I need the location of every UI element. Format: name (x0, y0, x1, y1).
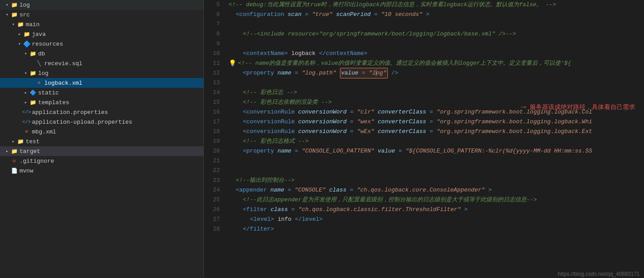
sidebar-item-label: application-upload.properties (32, 119, 132, 125)
code-text: logback (291, 50, 316, 57)
sidebar-item-label: static (38, 90, 59, 96)
code-text: > (426, 11, 429, 18)
code-line-17: <conversionRule conversionWord = "wex" c… (229, 117, 644, 127)
sidebar-item-label: src (20, 12, 30, 18)
arrow-icon (10, 138, 17, 145)
sidebar-item-recevie-sql[interactable]: ╲ recevie.sql (0, 59, 203, 68)
folder-icon: 📁 (23, 31, 30, 38)
code-line-10: <contextName> logback </contextName> (229, 49, 644, 59)
sidebar-item-label: log (38, 70, 48, 77)
code-content[interactable]: <!-- debug:当此属性设置为true时，将打印出logback内部日志信… (224, 0, 644, 278)
sidebar-item-application-upload-properties[interactable]: </> application-upload.properties (0, 117, 203, 127)
folder-icon: 📁 (11, 148, 18, 155)
code-line-27: <level> info </level> (229, 215, 644, 224)
highlight-value: value = "log" (340, 68, 388, 78)
sidebar-item-target[interactable]: 📁 target (0, 146, 203, 156)
sidebar-item-label: .gitignore (20, 158, 54, 164)
code-text: <!-- 彩色日志依赖的渲染类 --> (243, 99, 332, 106)
watermark: https://blog.csdn.net/qq_40693171 (558, 271, 640, 277)
code-text: value (341, 70, 359, 76)
code-line-16: <conversionRule conversionWord = "clr" c… (229, 107, 644, 117)
folder-icon: 📁 (29, 99, 36, 106)
sidebar-item-label: db (38, 51, 45, 57)
file-prop-icon: </> (23, 118, 30, 125)
code-line-26: <filter class = "ch.qos.logback.classic.… (229, 205, 644, 215)
code-line-25: <!--此日志appender是为开发使用，只配置最底级别，控制台输出的日志级别… (229, 195, 644, 205)
sidebar-item-templates[interactable]: 📁 templates (0, 98, 203, 107)
sidebar-item-gitignore[interactable]: ⊙ .gitignore (0, 156, 203, 166)
sidebar-item-log-root[interactable]: 📁 log (0, 0, 203, 10)
code-line-23: <!--输出到控制台--> (229, 176, 644, 185)
sidebar-item-main[interactable]: 📁 main (0, 20, 203, 29)
code-line-12: <property name = "log.path" value = "log… (229, 68, 644, 78)
code-line-14: <!-- 彩色日志 --> (229, 88, 644, 98)
arrow-icon (22, 89, 29, 96)
code-text: <!-- name的值是变量的名称，value的值时变量定义的值。通过定义的值会… (238, 60, 571, 67)
code-line-18: <conversionRule conversionWord = "wEx" c… (229, 127, 644, 137)
sidebar-item-label: main (26, 21, 39, 28)
line-numbers: 5 6 7 8 9 10 11 12 13 14 15 16 17 18 19 … (204, 0, 224, 278)
sidebar-item-label: templates (38, 99, 69, 106)
sidebar-item-label: resources (32, 41, 63, 47)
arrow-icon (16, 40, 23, 47)
resources-icon: 🔷 (23, 40, 30, 47)
lightbulb-icon[interactable]: 💡 (229, 59, 236, 68)
code-text: <conversionRule (243, 118, 298, 125)
arrow-icon (4, 11, 11, 18)
code-text: <appender (236, 187, 270, 193)
arrow-icon (22, 50, 29, 57)
sidebar-item-java[interactable]: 📁 java (0, 29, 203, 39)
sidebar-item-logback-xml[interactable]: ≡ logback.xml (0, 78, 203, 88)
sidebar-item-log[interactable]: 📁 log (0, 68, 203, 78)
sidebar-item-label: recevie.sql (44, 60, 82, 67)
sidebar-item-label: logback.xml (44, 80, 82, 86)
code-line-5: <!-- debug:当此属性设置为true时，将打印出logback内部日志信… (229, 0, 644, 10)
code-text: = (305, 11, 308, 18)
sidebar-item-src[interactable]: 📁 src (0, 10, 203, 20)
sidebar-item-label: mbg.xml (32, 129, 56, 135)
src-icon: 📁 (11, 11, 18, 18)
code-text: converterClass (378, 109, 426, 115)
code-line-11: 💡 <!-- name的值是变量的名称，value的值时变量定义的值。通过定义的… (229, 59, 644, 68)
code-text: <!--此日志appender是为开发使用，只配置最底级别，控制台输出的日志级别… (243, 196, 537, 203)
folder-icon: 📁 (17, 138, 24, 145)
file-sql-icon: ╲ (35, 60, 43, 67)
sidebar-item-label: application.properties (32, 109, 108, 116)
code-text: name (277, 148, 291, 154)
code-text: conversionWord (298, 109, 347, 115)
sidebar-item-application-properties[interactable]: </> application.properties (0, 107, 203, 117)
sidebar-item-db[interactable]: 📁 db (0, 49, 203, 59)
arrow-icon (4, 1, 11, 8)
code-text: conversionWord (298, 118, 347, 125)
code-text: = (374, 11, 378, 18)
code-text: <conversionRule (243, 128, 298, 135)
sidebar-item-test[interactable]: 📁 test (0, 137, 203, 146)
code-line-6: <configuration scan = "true" scanPeriod … (229, 10, 644, 20)
sidebar-item-resources[interactable]: 🔷 resources (0, 39, 203, 49)
folder-icon: 📁 (17, 21, 24, 28)
sidebar-item-mvnw[interactable]: 📄 mvnw (0, 166, 203, 176)
code-line-9 (229, 39, 644, 49)
code-text: <!-- debug:当此属性设置为true时，将打印出logback内部日志信… (229, 0, 556, 10)
code-text: </filter> (243, 226, 274, 232)
sidebar-item-label: log (20, 2, 30, 8)
code-text: "log" (369, 70, 386, 76)
sidebar-item-static[interactable]: 🔷 static (0, 88, 203, 98)
arrow-icon (16, 31, 23, 38)
editor-panel: 5 6 7 8 9 10 11 12 13 14 15 16 17 18 19 … (204, 0, 644, 278)
file-prop-icon: </> (23, 109, 30, 116)
arrow-icon (22, 99, 29, 106)
sidebar-item-label: test (26, 138, 39, 145)
file-tree[interactable]: 📁 log 📁 src 📁 main 📁 java 🔷 resources 📁 … (0, 0, 204, 278)
code-text: converterClass (378, 118, 426, 125)
folder-icon: 🔷 (29, 89, 36, 96)
file-icon: 📄 (11, 167, 18, 174)
file-git-icon: ⊙ (11, 157, 18, 164)
code-text: "log.path" (302, 70, 336, 76)
code-text: scanPeriod (336, 11, 371, 18)
sidebar-item-mbg-xml[interactable]: ≡ mbg.xml (0, 127, 203, 137)
code-line-8: <!--<include resource="org/springframewo… (229, 29, 644, 39)
folder-icon: 📁 (11, 1, 18, 8)
code-line-21 (229, 156, 644, 166)
code-text: <level> (250, 216, 274, 223)
